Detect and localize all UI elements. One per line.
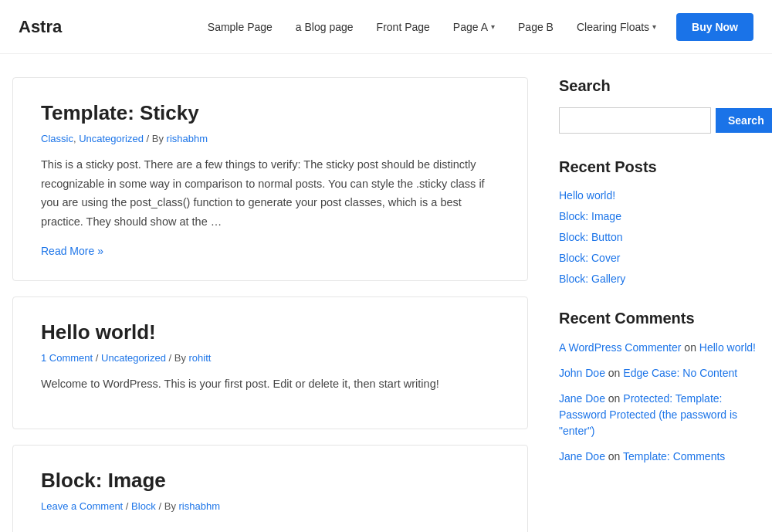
post-title: Block: Image	[41, 469, 499, 493]
list-item: Block: Gallery	[559, 272, 760, 285]
search-widget: Search Search	[559, 77, 760, 134]
buy-now-button[interactable]: Buy Now	[676, 13, 753, 41]
nav-blog-page[interactable]: a Blog page	[286, 15, 363, 39]
list-item: Jane Doe on Protected: Template: Passwor…	[559, 391, 760, 439]
site-header: Astra Sample Page a Blog page Front Page…	[0, 0, 772, 54]
commenter-link[interactable]: Jane Doe	[559, 450, 605, 463]
main-nav: Sample Page a Blog page Front Page Page …	[198, 13, 753, 41]
post-meta: 1 Comment / Uncategorized / By rohitt	[41, 352, 499, 364]
post-meta: Classic, Uncategorized / By rishabhm	[41, 133, 499, 144]
nav-sample-page[interactable]: Sample Page	[198, 15, 282, 39]
nav-clearing-floats[interactable]: Clearing Floats ▾	[567, 15, 665, 39]
comment-post-link[interactable]: Edge Case: No Content	[623, 367, 737, 379]
post-title-link[interactable]: Template: Sticky	[41, 101, 199, 124]
post-title: Template: Sticky	[41, 101, 499, 125]
recent-comments-list: A WordPress Commenter on Hello world! Jo…	[559, 340, 760, 465]
list-item: Block: Image	[559, 209, 760, 222]
recent-post-link[interactable]: Block: Gallery	[559, 273, 625, 285]
search-input[interactable]	[559, 107, 711, 134]
recent-posts-widget: Recent Posts Hello world! Block: Image B…	[559, 158, 760, 285]
list-item: Hello world!	[559, 188, 760, 202]
site-logo[interactable]: Astra	[19, 17, 62, 37]
post-excerpt: Welcome to WordPress. This is your first…	[41, 374, 499, 394]
search-row: Search	[559, 107, 760, 134]
read-more-link[interactable]: Read More »	[41, 245, 103, 257]
list-item: Block: Button	[559, 230, 760, 243]
post-category-uncategorized[interactable]: Uncategorized	[79, 133, 144, 144]
list-item: Jane Doe on Template: Comments	[559, 449, 760, 465]
recent-post-link[interactable]: Block: Button	[559, 231, 623, 243]
chevron-down-icon: ▾	[491, 22, 495, 31]
post-author-rishabhm[interactable]: rishabhm	[179, 500, 220, 512]
recent-posts-title: Recent Posts	[559, 158, 760, 176]
site-content: Template: Sticky Classic, Uncategorized …	[0, 54, 772, 532]
post-comment-count[interactable]: 1 Comment	[41, 352, 93, 364]
post-card: Template: Sticky Classic, Uncategorized …	[12, 77, 528, 281]
post-card: Block: Image Leave a Comment / Block / B…	[12, 445, 528, 532]
post-title-link[interactable]: Hello world!	[41, 320, 156, 344]
main-content: Template: Sticky Classic, Uncategorized …	[12, 77, 528, 532]
nav-front-page[interactable]: Front Page	[367, 15, 439, 39]
list-item: A WordPress Commenter on Hello world!	[559, 340, 760, 356]
post-excerpt: This is a sticky post. There are a few t…	[41, 155, 499, 232]
commenter-link[interactable]: A WordPress Commenter	[559, 341, 681, 354]
search-widget-title: Search	[559, 77, 760, 95]
post-author-rishabhm[interactable]: rishabhm	[167, 133, 208, 144]
post-leave-comment[interactable]: Leave a Comment	[41, 500, 123, 512]
chevron-down-icon: ▾	[652, 22, 656, 31]
sidebar: Search Search Recent Posts Hello world! …	[559, 77, 760, 532]
post-category-block[interactable]: Block	[131, 500, 156, 512]
list-item: Block: Cover	[559, 251, 760, 264]
post-category-uncategorized[interactable]: Uncategorized	[101, 352, 166, 364]
commenter-link[interactable]: John Doe	[559, 367, 605, 379]
search-button[interactable]: Search	[716, 108, 772, 133]
comment-post-link[interactable]: Template: Comments	[623, 450, 725, 463]
post-title-link[interactable]: Block: Image	[41, 469, 166, 492]
recent-post-link[interactable]: Block: Image	[559, 210, 621, 222]
recent-posts-list: Hello world! Block: Image Block: Button …	[559, 188, 760, 285]
post-category-classic[interactable]: Classic	[41, 133, 73, 144]
recent-comments-title: Recent Comments	[559, 310, 760, 327]
list-item: John Doe on Edge Case: No Content	[559, 365, 760, 381]
recent-post-link[interactable]: Hello world!	[559, 189, 615, 202]
nav-page-b[interactable]: Page B	[509, 15, 563, 39]
recent-comments-widget: Recent Comments A WordPress Commenter on…	[559, 310, 760, 465]
post-author-rohitt[interactable]: rohitt	[189, 352, 212, 364]
recent-post-link[interactable]: Block: Cover	[559, 252, 620, 264]
post-title: Hello world!	[41, 320, 499, 344]
comment-post-link[interactable]: Hello world!	[699, 341, 756, 354]
post-card: Hello world! 1 Comment / Uncategorized /…	[12, 296, 528, 430]
commenter-link[interactable]: Jane Doe	[559, 392, 605, 405]
post-meta: Leave a Comment / Block / By rishabhm	[41, 500, 499, 512]
nav-page-a[interactable]: Page A ▾	[444, 15, 504, 39]
